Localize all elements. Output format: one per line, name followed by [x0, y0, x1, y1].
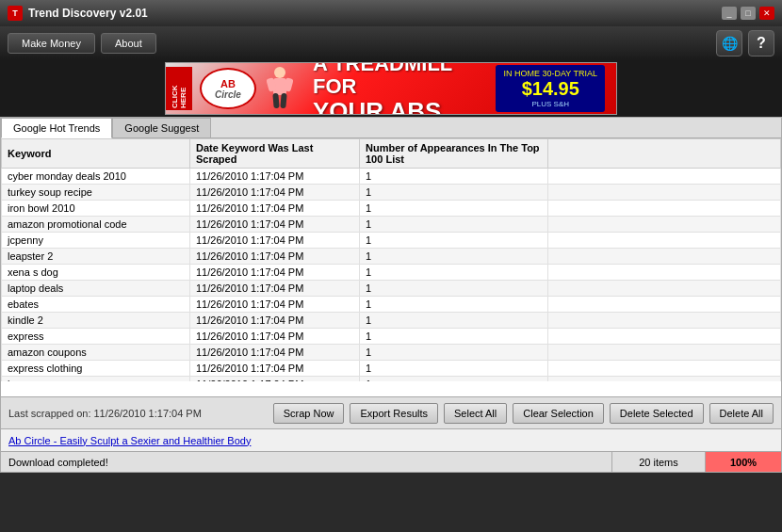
table-cell-13-0: jc penney	[2, 377, 190, 382]
table-cell-5-2: 1	[360, 249, 548, 265]
progress-bar: 100%	[706, 452, 781, 472]
table-row[interactable]: ebates11/26/2010 1:17:04 PM1	[2, 297, 781, 313]
table-cell-0-2: 1	[360, 169, 548, 185]
table-cell-9-1: 11/26/2010 1:17:04 PM	[190, 313, 360, 329]
table-cell-12-2: 1	[360, 361, 548, 377]
table-row[interactable]: turkey soup recipe11/26/2010 1:17:04 PM1	[2, 185, 781, 201]
banner-price-top: IN HOME 30-DAY TRIAL	[503, 69, 597, 78]
table-cell-10-2: 1	[360, 329, 548, 345]
table-cell-8-2: 1	[360, 297, 548, 313]
table-cell-extra	[548, 249, 781, 265]
table-cell-8-0: ebates	[2, 297, 190, 313]
table-cell-10-0: express	[2, 329, 190, 345]
table-cell-3-2: 1	[360, 217, 548, 233]
table-row[interactable]: express11/26/2010 1:17:04 PM1	[2, 329, 781, 345]
banner-logo-line2: Circle	[215, 89, 241, 100]
table-cell-extra	[548, 377, 781, 382]
title-bar-controls: _ □ ✕	[722, 7, 774, 20]
status-bar: Download completed! 20 items 100%	[0, 452, 782, 473]
table-cell-5-0: leapster 2	[2, 249, 190, 265]
toolbar-left: Make Money About	[8, 33, 156, 54]
export-results-button[interactable]: Export Results	[350, 403, 438, 424]
table-cell-extra	[548, 201, 781, 217]
table-cell-7-1: 11/26/2010 1:17:04 PM	[190, 281, 360, 297]
banner-figure	[256, 65, 303, 112]
table-row[interactable]: amazon coupons11/26/2010 1:17:04 PM1	[2, 345, 781, 361]
col-header-appearances[interactable]: Number of Appearances In The Top 100 Lis…	[360, 139, 548, 169]
table-cell-4-0: jcpenny	[2, 233, 190, 249]
table-row[interactable]: leapster 211/26/2010 1:17:04 PM1	[2, 249, 781, 265]
table-cell-6-1: 11/26/2010 1:17:04 PM	[190, 265, 360, 281]
table-row[interactable]: cyber monday deals 201011/26/2010 1:17:0…	[2, 169, 781, 185]
banner-logo: AB Circle	[200, 68, 256, 109]
select-all-button[interactable]: Select All	[444, 403, 507, 424]
table-cell-extra	[548, 297, 781, 313]
table-cell-1-1: 11/26/2010 1:17:04 PM	[190, 185, 360, 201]
svg-rect-4	[272, 93, 279, 108]
globe-icon: 🌐	[722, 36, 738, 51]
table-cell-extra	[548, 265, 781, 281]
table-cell-3-0: amazon promotional code	[2, 217, 190, 233]
clear-selection-button[interactable]: Clear Selection	[513, 403, 604, 424]
table-cell-1-2: 1	[360, 185, 548, 201]
toolbar: Make Money About 🌐 ?	[0, 26, 782, 60]
last-scraped-label: Last scrapped on: 11/26/2010 1:17:04 PM	[8, 408, 268, 419]
table-cell-13-2: 1	[360, 377, 548, 382]
col-header-extra	[548, 139, 781, 169]
table-cell-2-2: 1	[360, 201, 548, 217]
title-bar: T Trend Discovery v2.01 _ □ ✕	[0, 0, 782, 26]
table-cell-11-1: 11/26/2010 1:17:04 PM	[190, 345, 360, 361]
banner-logo-line1: AB	[220, 78, 236, 89]
about-button[interactable]: About	[101, 33, 156, 54]
table-cell-8-1: 11/26/2010 1:17:04 PM	[190, 297, 360, 313]
table-cell-13-1: 11/26/2010 1:17:04 PM	[190, 377, 360, 382]
table-row[interactable]: jc penney11/26/2010 1:17:04 PM1	[2, 377, 781, 382]
maximize-button[interactable]: □	[741, 7, 756, 20]
table-row[interactable]: express clothing11/26/2010 1:17:04 PM1	[2, 361, 781, 377]
make-money-button[interactable]: Make Money	[8, 33, 95, 54]
data-table-container[interactable]: Keyword Date Keyword Was Last Scraped Nu…	[1, 138, 781, 381]
globe-button[interactable]: 🌐	[716, 30, 742, 56]
table-cell-3-1: 11/26/2010 1:17:04 PM	[190, 217, 360, 233]
table-cell-12-0: express clothing	[2, 361, 190, 377]
tab-google-suggest[interactable]: Google Suggest	[112, 118, 211, 137]
col-header-keyword[interactable]: Keyword	[2, 139, 190, 169]
table-row[interactable]: laptop deals11/26/2010 1:17:04 PM1	[2, 281, 781, 297]
table-row[interactable]: amazon promotional code11/26/2010 1:17:0…	[2, 217, 781, 233]
help-icon: ?	[757, 35, 766, 52]
banner-tagline1: A TREADMILL FOR	[313, 62, 486, 98]
help-button[interactable]: ?	[748, 30, 774, 56]
table-row[interactable]: xena s dog11/26/2010 1:17:04 PM1	[2, 265, 781, 281]
minimize-button[interactable]: _	[722, 7, 737, 20]
table-row[interactable]: kindle 211/26/2010 1:17:04 PM1	[2, 313, 781, 329]
table-cell-7-2: 1	[360, 281, 548, 297]
banner-price-box: IN HOME 30-DAY TRIAL $14.95 PLUS S&H	[496, 65, 605, 112]
banner-inner[interactable]: CLICK HERE AB Circle A TREADMILL FOR YOU…	[165, 62, 617, 115]
table-header-row: Keyword Date Keyword Was Last Scraped Nu…	[2, 139, 781, 169]
svg-point-0	[274, 67, 285, 78]
status-text: Download completed!	[1, 457, 611, 468]
table-cell-4-2: 1	[360, 233, 548, 249]
table-cell-extra	[548, 329, 781, 345]
table-cell-6-2: 1	[360, 265, 548, 281]
tabs: Google Hot Trends Google Suggest	[1, 118, 781, 138]
delete-all-button[interactable]: Delete All	[709, 403, 774, 424]
table-cell-12-1: 11/26/2010 1:17:04 PM	[190, 361, 360, 377]
table-cell-9-0: kindle 2	[2, 313, 190, 329]
banner-click-here: CLICK HERE	[166, 67, 192, 110]
table-cell-extra	[548, 313, 781, 329]
table-row[interactable]: iron bowl 201011/26/2010 1:17:04 PM1	[2, 201, 781, 217]
table-cell-0-1: 11/26/2010 1:17:04 PM	[190, 169, 360, 185]
col-header-date[interactable]: Date Keyword Was Last Scraped	[190, 139, 360, 169]
table-cell-10-1: 11/26/2010 1:17:04 PM	[190, 329, 360, 345]
table-body: cyber monday deals 201011/26/2010 1:17:0…	[2, 169, 781, 382]
banner: CLICK HERE AB Circle A TREADMILL FOR YOU…	[0, 60, 782, 117]
scrap-now-button[interactable]: Scrap Now	[273, 403, 345, 424]
tab-hot-trends[interactable]: Google Hot Trends	[1, 118, 112, 138]
table-row[interactable]: jcpenny11/26/2010 1:17:04 PM1	[2, 233, 781, 249]
app-title: Trend Discovery v2.01	[28, 7, 148, 20]
affiliate-link[interactable]: Ab Circle - Easily Sculpt a Sexier and H…	[8, 435, 251, 446]
table-cell-1-0: turkey soup recipe	[2, 185, 190, 201]
close-button[interactable]: ✕	[759, 7, 774, 20]
delete-selected-button[interactable]: Delete Selected	[610, 403, 704, 424]
